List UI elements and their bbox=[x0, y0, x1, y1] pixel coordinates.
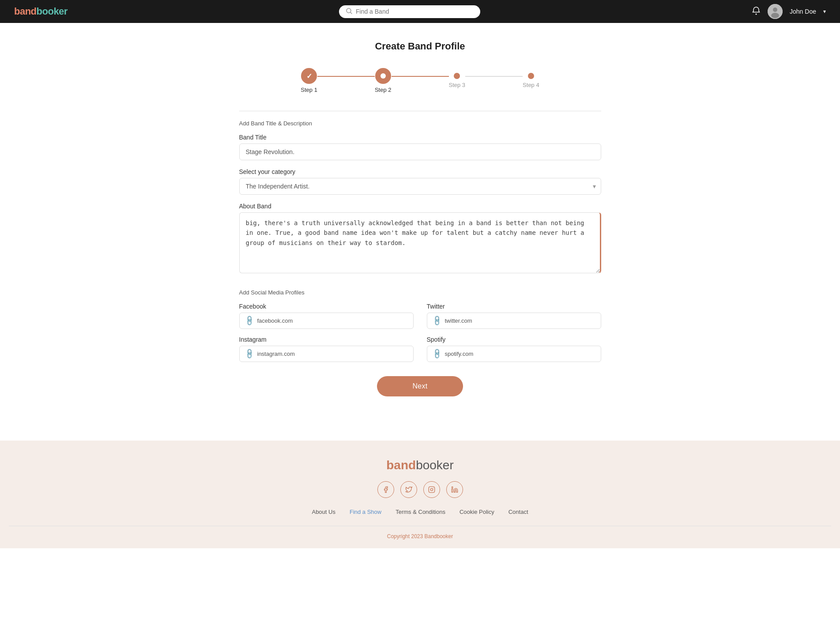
instagram-input[interactable] bbox=[257, 346, 408, 362]
svg-point-7 bbox=[430, 488, 433, 490]
page-title: Create Band Profile bbox=[239, 41, 601, 52]
svg-point-2 bbox=[756, 13, 757, 15]
next-button-wrapper: Next bbox=[239, 376, 601, 396]
facebook-field-group: Facebook 🔗 bbox=[239, 303, 414, 329]
step-4-label: Step 4 bbox=[523, 82, 539, 88]
social-media-section: Add Social Media Profiles Facebook 🔗 Twi… bbox=[239, 289, 601, 362]
search-bar bbox=[339, 5, 480, 18]
facebook-label: Facebook bbox=[239, 303, 414, 310]
spotify-label: Spotify bbox=[427, 336, 601, 343]
about-band-group: About Band big, there's a truth universa… bbox=[239, 203, 601, 275]
facebook-input-wrapper: 🔗 bbox=[239, 313, 414, 329]
chevron-down-icon[interactable]: ▾ bbox=[823, 8, 826, 15]
step-1-circle: ✓ bbox=[301, 68, 317, 84]
band-title-label: Band Title bbox=[239, 134, 601, 141]
facebook-input[interactable] bbox=[257, 313, 408, 328]
step-3: Step 3 bbox=[449, 68, 466, 88]
logo: bandbooker bbox=[14, 6, 68, 17]
step-2-label: Step 2 bbox=[375, 87, 392, 93]
footer-copyright: Copyright 2023 Bandbooker bbox=[9, 533, 831, 539]
main-content: Create Band Profile ✓ Step 1 Step 2 Step… bbox=[230, 23, 610, 441]
footer-link-about[interactable]: About Us bbox=[312, 509, 335, 515]
step-1: ✓ Step 1 bbox=[301, 68, 317, 93]
svg-point-5 bbox=[771, 13, 779, 18]
footer-logo: bandbooker bbox=[9, 458, 831, 472]
social-grid: Facebook 🔗 Twitter 🔗 Instagram 🔗 bbox=[239, 303, 601, 362]
band-title-input[interactable] bbox=[239, 143, 601, 160]
svg-rect-9 bbox=[452, 489, 453, 492]
step-4-circle bbox=[528, 73, 534, 79]
footer-instagram-icon[interactable] bbox=[423, 481, 440, 498]
avatar bbox=[768, 4, 783, 19]
footer-links: About Us Find a Show Terms & Conditions … bbox=[9, 509, 831, 515]
footer-link-terms[interactable]: Terms & Conditions bbox=[396, 509, 445, 515]
section-label-band: Add Band Title & Description bbox=[239, 120, 601, 127]
about-band-label: About Band bbox=[239, 203, 601, 210]
instagram-input-wrapper: 🔗 bbox=[239, 346, 414, 362]
footer-social-icons bbox=[9, 481, 831, 498]
next-button[interactable]: Next bbox=[377, 376, 463, 396]
footer-brand: Bandbooker bbox=[425, 533, 453, 539]
category-group: Select your category The Independent Art… bbox=[239, 168, 601, 195]
footer-logo-booker: booker bbox=[416, 458, 454, 472]
search-input[interactable] bbox=[356, 8, 473, 15]
band-title-group: Band Title bbox=[239, 134, 601, 160]
section-label-social: Add Social Media Profiles bbox=[239, 289, 601, 296]
footer-link-contact[interactable]: Contact bbox=[509, 509, 528, 515]
step-1-label: Step 1 bbox=[301, 87, 317, 93]
link-icon-spotify: 🔗 bbox=[431, 348, 443, 360]
footer-facebook-icon[interactable] bbox=[377, 481, 394, 498]
connector-3 bbox=[465, 76, 523, 77]
step-4: Step 4 bbox=[523, 68, 539, 88]
instagram-field-group: Instagram 🔗 bbox=[239, 336, 414, 362]
category-select[interactable]: The Independent Artist. Rock Band Jazz E… bbox=[239, 178, 601, 195]
link-icon-twitter: 🔗 bbox=[431, 315, 443, 327]
step-2-circle bbox=[375, 68, 391, 84]
footer-divider bbox=[9, 526, 831, 526]
header: bandbooker John Doe ▾ bbox=[0, 0, 840, 23]
connector-2 bbox=[392, 76, 449, 77]
footer-linkedin-icon[interactable] bbox=[446, 481, 463, 498]
footer: bandbooker Abo bbox=[0, 441, 840, 548]
footer-logo-band: band bbox=[386, 458, 416, 472]
footer-twitter-icon[interactable] bbox=[400, 481, 417, 498]
header-right: John Doe ▾ bbox=[752, 4, 826, 19]
category-label: Select your category bbox=[239, 168, 601, 175]
spotify-input-wrapper: 🔗 bbox=[427, 346, 601, 362]
svg-point-4 bbox=[773, 8, 777, 12]
twitter-label: Twitter bbox=[427, 303, 601, 310]
bell-icon[interactable] bbox=[752, 6, 761, 17]
svg-rect-6 bbox=[429, 486, 434, 492]
step-3-circle bbox=[454, 73, 460, 79]
connector-1 bbox=[317, 76, 375, 77]
svg-line-1 bbox=[350, 12, 352, 13]
band-info-section: Add Band Title & Description Band Title … bbox=[239, 111, 601, 275]
about-band-textarea[interactable]: big, there's a truth universally acknowl… bbox=[239, 212, 601, 273]
step-2: Step 2 bbox=[375, 68, 392, 93]
step-3-label: Step 3 bbox=[449, 82, 466, 88]
link-icon-instagram: 🔗 bbox=[243, 348, 256, 360]
twitter-field-group: Twitter 🔗 bbox=[427, 303, 601, 329]
category-select-wrapper: The Independent Artist. Rock Band Jazz E… bbox=[239, 178, 601, 195]
instagram-label: Instagram bbox=[239, 336, 414, 343]
footer-link-show[interactable]: Find a Show bbox=[350, 509, 381, 515]
spotify-field-group: Spotify 🔗 bbox=[427, 336, 601, 362]
logo-band: band bbox=[14, 6, 37, 17]
stepper: ✓ Step 1 Step 2 Step 3 Step 4 bbox=[239, 68, 601, 93]
footer-link-cookie[interactable]: Cookie Policy bbox=[460, 509, 494, 515]
svg-point-8 bbox=[433, 488, 433, 488]
twitter-input-wrapper: 🔗 bbox=[427, 313, 601, 329]
search-icon bbox=[346, 8, 352, 15]
logo-booker: booker bbox=[37, 6, 68, 17]
twitter-input[interactable] bbox=[445, 313, 595, 328]
svg-point-10 bbox=[452, 486, 453, 488]
link-icon-facebook: 🔗 bbox=[243, 315, 256, 327]
spotify-input[interactable] bbox=[445, 346, 595, 362]
user-name[interactable]: John Doe bbox=[790, 8, 816, 15]
